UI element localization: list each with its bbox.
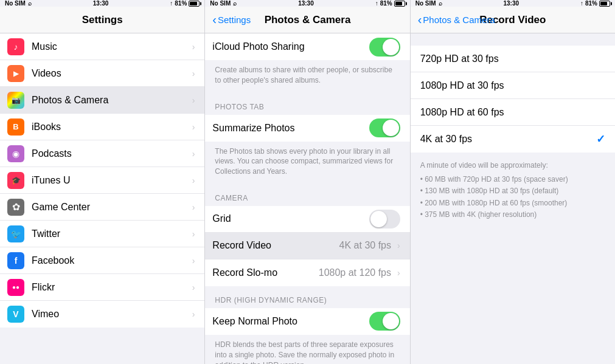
checkmark-icon: ✓ xyxy=(596,132,605,146)
carrier-2: No SIM xyxy=(210,0,231,7)
video-desc-item-2: • 200 MB with 1080p HD at 60 fps (smooth… xyxy=(420,197,605,209)
sidebar-item-facebook[interactable]: f Facebook › xyxy=(0,247,204,274)
photos-scroll: iCloud Photo Sharing Create albums to sh… xyxy=(205,33,409,364)
option-1080p60[interactable]: 1080p HD at 60 fps xyxy=(411,99,615,126)
arrow-icon-1: ↑ xyxy=(170,0,173,7)
chevron-icon: › xyxy=(192,149,195,159)
option-1080p30[interactable]: 1080p HD at 30 fps xyxy=(411,72,615,99)
flickr-label: Flickr xyxy=(32,282,190,293)
flickr-icon: ●● xyxy=(7,279,24,296)
record-scroll: 720p HD at 30 fps 1080p HD at 30 fps 108… xyxy=(411,33,615,364)
settings-nav-header: Settings xyxy=(0,7,204,33)
itunes-label: iTunes U xyxy=(32,175,190,186)
grid-toggle[interactable] xyxy=(369,210,400,228)
chevron-icon: › xyxy=(192,95,195,105)
chevron-icon: › xyxy=(192,256,195,266)
sidebar-item-music[interactable]: ♪ Music › xyxy=(0,33,204,60)
hdr-desc: HDR blends the best parts of three separ… xyxy=(205,335,409,364)
arrow-icon-3: ↑ xyxy=(580,0,583,7)
grid-label: Grid xyxy=(212,213,369,224)
photos-tab-header: PHOTOS TAB xyxy=(205,93,409,115)
facebook-icon: f xyxy=(7,252,24,269)
video-desc-title: A minute of video will be approximately: xyxy=(420,160,605,171)
ibooks-icon: B xyxy=(7,118,24,136)
keep-normal-item[interactable]: Keep Normal Photo xyxy=(205,308,409,335)
sidebar-item-gamecenter[interactable]: ✿ Game Center › xyxy=(0,194,204,221)
record-slomo-item[interactable]: Record Slo-mo 1080p at 120 fps › xyxy=(205,259,409,286)
chevron-icon: › xyxy=(192,176,195,185)
videos-label: Videos xyxy=(32,68,190,79)
record-video-chevron: › xyxy=(397,241,400,250)
sidebar-item-ibooks[interactable]: B iBooks › xyxy=(0,114,204,140)
video-description: A minute of video will be approximately:… xyxy=(411,153,615,228)
record-video-value: 4K at 30 fps xyxy=(339,240,391,251)
gamecenter-label: Game Center xyxy=(32,202,190,213)
battery-pct-3: 81% xyxy=(585,0,597,7)
grid-item[interactable]: Grid xyxy=(205,206,409,233)
carrier-1: No SIM xyxy=(5,0,26,7)
sidebar-item-flickr[interactable]: ●● Flickr › xyxy=(0,274,204,301)
chevron-icon: › xyxy=(192,309,195,319)
icloud-sharing-item[interactable]: iCloud Photo Sharing xyxy=(205,33,409,60)
photos-back-button[interactable]: ‹ Settings xyxy=(212,13,251,27)
option-720p30-label: 720p HD at 30 fps xyxy=(420,53,605,64)
sidebar-item-podcasts[interactable]: ◉ Podcasts › xyxy=(0,140,204,167)
record-slomo-chevron: › xyxy=(397,268,400,278)
chevron-icon: › xyxy=(192,283,195,292)
option-1080p60-label: 1080p HD at 60 fps xyxy=(420,107,605,118)
battery-icon-1 xyxy=(189,1,200,7)
sidebar-item-itunes[interactable]: 🎓 iTunes U › xyxy=(0,167,204,194)
battery-pct-1: 81% xyxy=(175,0,187,7)
hdr-header: HDR (HIGH DYNAMIC RANGE) xyxy=(205,286,409,308)
status-bar-1: No SIM ⌕ 13:30 ↑ 81% xyxy=(0,0,205,7)
photos-label: Photos & Camera xyxy=(32,95,190,106)
hdr-section: Keep Normal Photo xyxy=(205,308,409,335)
podcasts-label: Podcasts xyxy=(32,148,190,159)
summarize-photos-item[interactable]: Summarize Photos xyxy=(205,115,409,142)
record-video-right: 4K at 30 fps › xyxy=(339,240,400,251)
chevron-icon: › xyxy=(192,122,195,132)
video-desc-item-0: • 60 MB with 720p HD at 30 fps (space sa… xyxy=(420,174,605,185)
status-bar-2: No SIM ⌕ 13:30 ↑ 81% xyxy=(205,0,410,7)
record-back-button[interactable]: ‹ Photos & Camera xyxy=(418,13,495,27)
sidebar-item-videos[interactable]: ▶ Videos › xyxy=(0,60,204,87)
twitter-icon: 🐦 xyxy=(7,225,24,242)
keep-normal-label: Keep Normal Photo xyxy=(212,316,369,327)
itunes-icon: 🎓 xyxy=(7,172,24,189)
sidebar-item-twitter[interactable]: 🐦 Twitter › xyxy=(0,221,204,247)
wifi-icon-1: ⌕ xyxy=(28,0,32,7)
record-slomo-label: Record Slo-mo xyxy=(212,267,318,278)
record-video-label: Record Video xyxy=(212,240,339,251)
record-back-label: Photos & Camera xyxy=(423,15,495,25)
photos-title: Photos & Camera xyxy=(265,14,351,26)
vimeo-label: Vimeo xyxy=(32,309,190,320)
wifi-icon-3: ⌕ xyxy=(439,0,442,7)
icloud-section: iCloud Photo Sharing xyxy=(205,33,409,60)
chevron-icon: › xyxy=(192,42,195,52)
chevron-icon: › xyxy=(192,202,195,212)
settings-title: Settings xyxy=(82,14,123,26)
gamecenter-icon: ✿ xyxy=(7,199,24,216)
photos-back-label: Settings xyxy=(218,15,251,25)
record-slomo-value: 1080p at 120 fps xyxy=(319,267,391,278)
record-slomo-right: 1080p at 120 fps › xyxy=(319,267,400,278)
photos-icon: 📷 xyxy=(7,92,24,109)
time-2: 13:30 xyxy=(298,0,314,7)
record-video-item[interactable]: Record Video 4K at 30 fps › xyxy=(205,233,409,259)
facebook-label: Facebook xyxy=(32,255,190,266)
vimeo-icon: V xyxy=(7,306,24,323)
time-3: 13:30 xyxy=(503,0,519,7)
option-4k30[interactable]: 4K at 30 fps ✓ xyxy=(411,126,615,153)
chevron-icon: › xyxy=(192,229,195,239)
videos-icon: ▶ xyxy=(7,65,24,82)
option-720p30[interactable]: 720p HD at 30 fps xyxy=(411,46,615,72)
summarize-label: Summarize Photos xyxy=(212,123,369,134)
sidebar-item-photos[interactable]: 📷 Photos & Camera › xyxy=(0,87,204,114)
sidebar-item-vimeo[interactable]: V Vimeo › xyxy=(0,301,204,328)
summarize-toggle[interactable] xyxy=(369,118,400,137)
arrow-icon-2: ↑ xyxy=(375,0,378,7)
icloud-sharing-toggle[interactable] xyxy=(369,38,400,57)
wifi-icon-2: ⌕ xyxy=(233,0,237,7)
keep-normal-toggle[interactable] xyxy=(369,312,400,331)
carrier-3: No SIM xyxy=(415,0,436,7)
